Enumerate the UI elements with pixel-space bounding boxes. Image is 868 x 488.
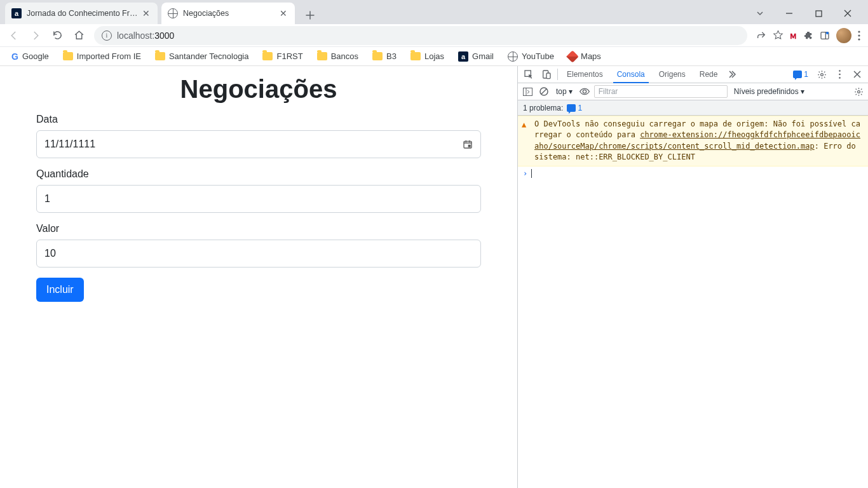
issues-bar[interactable]: 1 problema: 1: [518, 100, 868, 116]
svg-point-17: [583, 90, 586, 93]
quantidade-input[interactable]: 1: [36, 185, 481, 213]
bookmark-label: Santander Tecnologia: [169, 51, 249, 61]
forward-button[interactable]: [27, 27, 44, 44]
message-icon: [793, 71, 802, 78]
svg-rect-7: [468, 145, 471, 147]
back-button[interactable]: [5, 27, 23, 44]
bookmark-gmail[interactable]: aGmail: [453, 50, 499, 64]
issues-count: 1: [804, 70, 808, 79]
profile-avatar[interactable]: [836, 28, 851, 43]
tab-elementos[interactable]: Elementos: [560, 66, 609, 83]
tab-rede[interactable]: Rede: [693, 66, 724, 83]
maps-icon: [566, 50, 579, 63]
data-input[interactable]: 11/11/1111: [36, 130, 481, 158]
new-tab-button[interactable]: [301, 6, 319, 24]
bookmark-label: Google: [22, 51, 49, 61]
incluir-button[interactable]: Incluir: [36, 278, 84, 302]
extensions-icon[interactable]: [803, 30, 813, 41]
page-content: Negociações Data 11/11/1111 Quantidade 1: [0, 66, 517, 488]
bookmark-folder[interactable]: F1RST: [257, 50, 308, 63]
tab-consola[interactable]: Consola: [611, 66, 651, 83]
clear-console-icon[interactable]: [537, 85, 551, 98]
bookmark-folder[interactable]: Imported From IE: [58, 50, 146, 63]
svg-point-12: [839, 70, 841, 72]
bookmark-google[interactable]: G Google: [6, 50, 54, 64]
device-toggle-icon[interactable]: [538, 66, 555, 83]
sidepanel-icon[interactable]: [820, 30, 830, 41]
maximize-button[interactable]: [804, 4, 832, 23]
tab-title: Jornada do Conhecimento Front-: [27, 9, 141, 18]
home-button[interactable]: [70, 27, 88, 44]
gear-icon[interactable]: [813, 66, 830, 83]
url-port: 3000: [154, 30, 174, 41]
data-label: Data: [36, 114, 481, 125]
bookmark-folder[interactable]: Santander Tecnologia: [150, 50, 254, 63]
browser-tab-active[interactable]: Negociações ✕: [161, 3, 295, 24]
alura-icon: a: [11, 8, 22, 18]
folder-icon: [372, 52, 383, 60]
folder-icon: [317, 52, 327, 60]
data-value: 11/11/1111: [44, 139, 95, 150]
close-icon[interactable]: ✕: [278, 8, 288, 18]
svg-point-4: [858, 34, 860, 36]
reload-button[interactable]: [48, 27, 66, 44]
valor-input[interactable]: 10: [36, 240, 481, 268]
page-title: Negociações: [15, 75, 502, 104]
svg-point-3: [858, 30, 860, 32]
issues-counter[interactable]: 1: [789, 66, 812, 83]
bookmark-label: B3: [386, 51, 397, 61]
svg-point-13: [839, 74, 841, 76]
address-bar[interactable]: i localhost:3000: [94, 26, 747, 45]
share-icon[interactable]: [756, 30, 766, 41]
tab-title: Negociações: [183, 9, 278, 18]
bookmark-folder[interactable]: B3: [367, 50, 402, 63]
kebab-menu-icon[interactable]: [831, 66, 848, 83]
globe-icon: [168, 8, 178, 18]
bookmark-folder[interactable]: Bancos: [312, 50, 363, 63]
close-icon[interactable]: ✕: [141, 8, 151, 18]
kebab-menu-icon[interactable]: [858, 30, 860, 41]
chevron-down-icon[interactable]: [746, 4, 774, 23]
svg-point-14: [839, 77, 841, 79]
alura-icon: a: [458, 51, 468, 62]
console-prompt[interactable]: ›: [518, 166, 868, 180]
folder-icon: [155, 52, 165, 60]
live-expression-icon[interactable]: [578, 85, 592, 98]
console-output: ▲ O DevTools não conseguiu carregar o ma…: [518, 116, 868, 488]
tab-origens[interactable]: Origens: [653, 66, 692, 83]
console-toolbar: top▾ Filtrar Níveis predefinidos▾: [518, 83, 868, 100]
levels-label: Níveis predefinidos: [734, 87, 799, 96]
mcafee-icon[interactable]: ᴍ: [790, 30, 797, 41]
bookmark-folder[interactable]: Lojas: [405, 50, 449, 63]
quantidade-value: 1: [44, 193, 50, 205]
context-label: top: [556, 87, 567, 96]
console-warning[interactable]: ▲ O DevTools não conseguiu carregar o ma…: [518, 116, 868, 166]
svg-point-5: [858, 38, 860, 40]
quantidade-label: Quantidade: [36, 168, 481, 180]
valor-value: 10: [44, 248, 56, 259]
bookmark-label: Gmail: [472, 51, 494, 61]
problems-label: 1 problema:: [523, 104, 563, 112]
bookmark-star-icon[interactable]: [773, 30, 783, 41]
site-info-icon[interactable]: i: [102, 30, 112, 41]
bookmark-youtube[interactable]: YouTube: [503, 50, 559, 64]
filter-input[interactable]: Filtrar: [594, 85, 728, 98]
minimize-button[interactable]: [775, 4, 803, 23]
browser-tab-inactive[interactable]: a Jornada do Conhecimento Front- ✕: [5, 3, 158, 24]
context-selector[interactable]: top▾: [553, 87, 575, 96]
bookmark-maps[interactable]: Maps: [563, 50, 606, 63]
google-icon: G: [11, 51, 18, 62]
filter-placeholder: Filtrar: [599, 87, 618, 96]
window-close-button[interactable]: [834, 4, 862, 23]
browser-tabstrip: a Jornada do Conhecimento Front- ✕ Negoc…: [0, 0, 868, 24]
sidebar-toggle-icon[interactable]: [520, 85, 534, 98]
input-cursor: [531, 169, 532, 178]
devtools-panel: Elementos Consola Origens Rede 1 top▾ Fi…: [517, 66, 868, 488]
bookmark-label: F1RST: [276, 51, 302, 61]
log-levels-selector[interactable]: Níveis predefinidos▾: [734, 87, 804, 96]
gear-icon[interactable]: [851, 85, 865, 98]
close-icon[interactable]: [849, 66, 865, 83]
calendar-icon[interactable]: [463, 139, 473, 149]
inspect-icon[interactable]: [520, 66, 537, 83]
more-tabs-icon[interactable]: [725, 66, 742, 83]
